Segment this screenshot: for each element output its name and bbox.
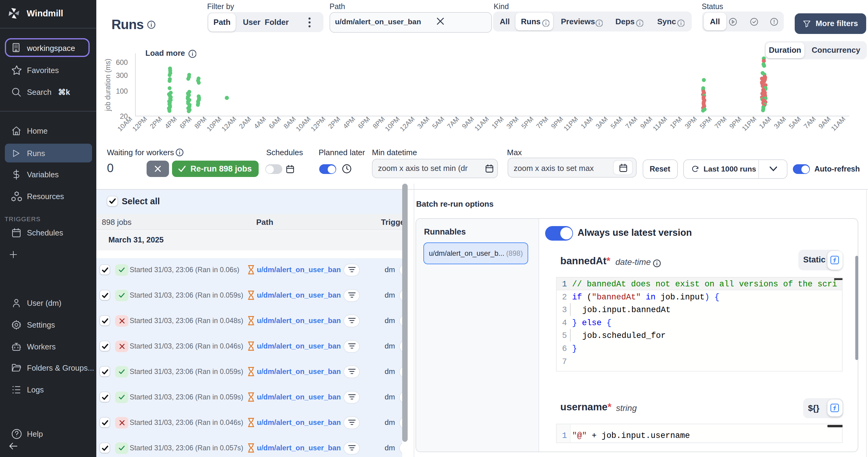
svg-text:2AM: 2AM	[238, 115, 253, 130]
svg-text:1PM: 1PM	[669, 115, 684, 130]
svg-text:6PM: 6PM	[178, 115, 193, 130]
svg-text:1: 1	[562, 431, 567, 440]
svg-text:12PM: 12PM	[309, 115, 327, 133]
svg-text:3: 3	[562, 305, 567, 314]
svg-text:9PM: 9PM	[550, 115, 565, 130]
svg-text:6: 6	[562, 344, 567, 353]
svg-text:11AM: 11AM	[473, 115, 490, 133]
svg-text:2PM: 2PM	[148, 115, 163, 130]
svg-text:7PM: 7PM	[534, 115, 550, 130]
svg-text:4PM: 4PM	[163, 115, 178, 130]
svg-text:3AM: 3AM	[772, 115, 787, 130]
svg-text:4: 4	[562, 318, 567, 327]
svg-text:7PM: 7PM	[713, 115, 728, 130]
svg-text:} else {: } else {	[572, 318, 612, 327]
svg-text:5AM: 5AM	[787, 115, 803, 130]
svg-text:5AM: 5AM	[431, 115, 446, 130]
svg-text:"@" + job.input.username: "@" + job.input.username	[572, 431, 690, 440]
svg-text:12AM: 12AM	[398, 115, 416, 133]
svg-text:9AM: 9AM	[460, 115, 475, 130]
svg-text:6AM: 6AM	[267, 115, 282, 130]
svg-text:1AM: 1AM	[757, 115, 773, 130]
svg-text:11PM: 11PM	[562, 115, 579, 133]
svg-text:1PM: 1PM	[490, 115, 505, 130]
svg-text:7AM: 7AM	[624, 115, 639, 130]
svg-text:10PM: 10PM	[205, 115, 223, 133]
svg-text:}: }	[572, 344, 577, 353]
svg-text:4AM: 4AM	[252, 115, 268, 130]
svg-text:job.scheduled_for: job.scheduled_for	[582, 331, 666, 340]
svg-text:if ("bannedAt" in job.input) {: if ("bannedAt" in job.input) {	[572, 292, 719, 302]
svg-text:7AM: 7AM	[445, 115, 461, 130]
svg-text:11AM: 11AM	[651, 115, 669, 133]
svg-text:11PM: 11PM	[741, 115, 758, 133]
svg-text:9AM: 9AM	[817, 115, 832, 130]
svg-text:5PM: 5PM	[520, 115, 535, 130]
svg-text:job.input.bannedAt: job.input.bannedAt	[582, 305, 671, 314]
svg-text:100: 100	[116, 87, 128, 95]
svg-text:10AM: 10AM	[294, 115, 312, 133]
svg-text:11AM: 11AM	[830, 115, 847, 133]
svg-text:2PM: 2PM	[327, 115, 342, 130]
svg-text:12AM: 12AM	[220, 115, 238, 133]
svg-text:1AM: 1AM	[579, 115, 594, 130]
svg-text:// bannedAt does not exist on: // bannedAt does not exist on all versio…	[572, 279, 837, 288]
svg-text:3PM: 3PM	[683, 115, 699, 130]
svg-text:5AM: 5AM	[609, 115, 624, 130]
svg-text:3AM: 3AM	[416, 115, 431, 130]
svg-text:5: 5	[562, 331, 567, 340]
svg-text:1: 1	[562, 279, 567, 288]
svg-text:3PM: 3PM	[505, 115, 520, 130]
svg-text:7AM: 7AM	[802, 115, 817, 130]
svg-text:12PM: 12PM	[131, 115, 148, 133]
svg-text:600: 600	[116, 58, 128, 66]
svg-text:300: 300	[116, 72, 128, 79]
svg-text:9PM: 9PM	[728, 115, 743, 130]
svg-text:9AM: 9AM	[639, 115, 654, 130]
svg-text:10PM: 10PM	[383, 115, 401, 133]
svg-text:7: 7	[562, 357, 567, 366]
svg-text:5PM: 5PM	[698, 115, 713, 130]
svg-text:job duration (ms): job duration (ms)	[104, 59, 112, 112]
svg-text:3AM: 3AM	[594, 115, 609, 130]
svg-text:6PM: 6PM	[356, 115, 372, 130]
svg-text:4PM: 4PM	[342, 115, 357, 130]
svg-text:2: 2	[562, 292, 567, 302]
